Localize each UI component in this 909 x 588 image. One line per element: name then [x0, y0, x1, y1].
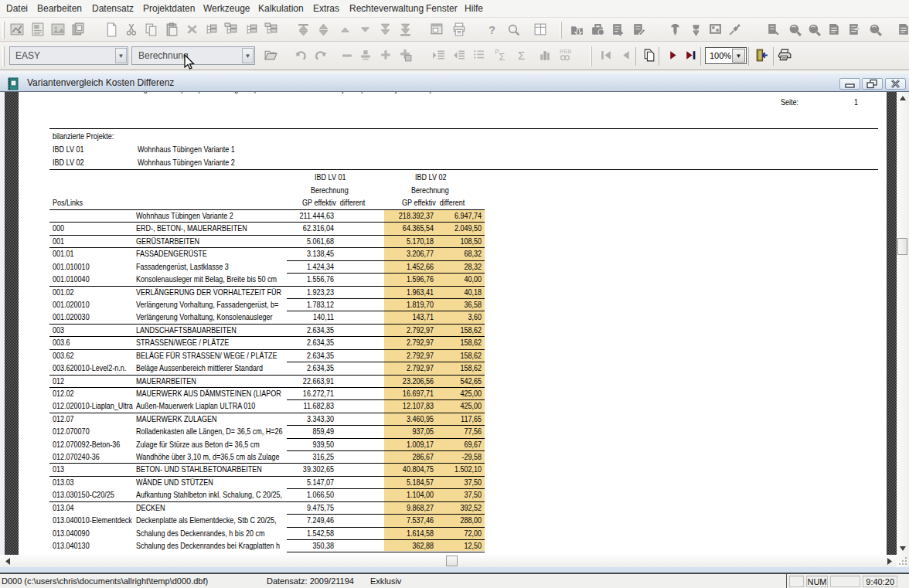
svg-text:REB: REB: [560, 48, 571, 55]
svg-text:Σ: Σ: [499, 52, 505, 63]
svg-text:Σ: Σ: [518, 49, 525, 62]
svg-text:?: ?: [489, 24, 495, 36]
